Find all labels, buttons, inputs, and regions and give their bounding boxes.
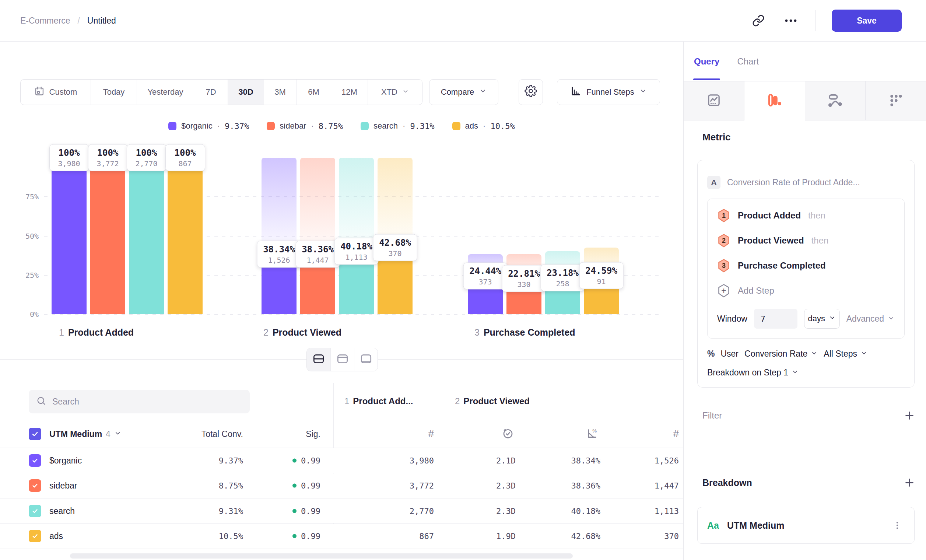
add-filter-button[interactable] — [901, 407, 917, 424]
steps-scope-selector[interactable]: All Steps — [824, 349, 867, 359]
chart-type-button[interactable]: Funnel Steps — [557, 79, 660, 105]
more-options-icon[interactable] — [783, 12, 799, 29]
sig-dot-icon — [292, 484, 297, 488]
breakdown-property-card[interactable]: Aa UTM Medium — [697, 507, 915, 544]
sig-value: 0.99 — [301, 532, 321, 541]
date-tab-7d[interactable]: 7D — [194, 80, 228, 104]
add-step-label: Add Step — [738, 286, 774, 296]
window-unit-select[interactable]: days — [804, 309, 840, 328]
add-breakdown-button[interactable] — [901, 475, 917, 491]
layout-split-toggle[interactable] — [307, 348, 330, 371]
horizontal-scrollbar[interactable] — [70, 553, 573, 558]
legend-item-sidebar[interactable]: sidebar·8.75% — [267, 121, 343, 131]
report-tab-retention[interactable] — [865, 82, 926, 121]
chart-settings-button[interactable] — [519, 79, 543, 105]
table-row-search[interactable]: search9.31%0.992,7702.3D40.18%1,113 — [0, 498, 683, 524]
entity-selector[interactable]: User — [720, 349, 738, 359]
breadcrumb-workspace[interactable]: E-Commerce — [20, 16, 70, 26]
funnel-bar-sidebar-step2[interactable] — [300, 158, 335, 314]
query-panel: Query Chart Metric A Conversion Rate of … — [683, 42, 926, 560]
query-step-1[interactable]: 1Product Addedthen — [717, 209, 895, 222]
funnel-bar-organic-step1[interactable] — [51, 158, 86, 314]
row-checkbox[interactable] — [29, 505, 41, 517]
group-count: 4 — [106, 429, 110, 439]
metric-title-row[interactable]: A Conversion Rate of Product Adde... — [707, 176, 905, 189]
date-tab-30d[interactable]: 30D — [228, 80, 264, 104]
measure-row: % User Conversion Rate All Steps — [707, 349, 905, 359]
funnel-bar-ads-step3[interactable] — [584, 158, 619, 314]
window-value-input[interactable]: 7 — [754, 309, 797, 328]
table-row-ads[interactable]: ads10.5%0.998671.9D42.68%370 — [0, 524, 683, 549]
funnel-steps-card: 1Product Addedthen2Product Viewedthen3Pu… — [707, 198, 905, 339]
step-number: 1 — [717, 209, 731, 222]
legend-series-rate: 9.31% — [410, 121, 434, 131]
funnel-bar-search-step1[interactable] — [129, 158, 164, 314]
table-search-input[interactable]: Search — [29, 390, 250, 413]
date-tab-xtd[interactable]: XTD — [368, 80, 422, 104]
sig-value: 0.99 — [301, 506, 321, 515]
metric-type-selector[interactable]: Conversion Rate — [744, 349, 818, 359]
breakdown-column-header[interactable]: UTM Medium 4 — [49, 429, 121, 439]
layout-top-icon — [336, 352, 349, 367]
tooltip-percent: 100% — [172, 148, 199, 158]
row-checkbox[interactable] — [29, 479, 41, 492]
funnel-bar-sidebar-step1[interactable] — [90, 158, 125, 314]
breakdown-on-selector[interactable]: Breakdown on Step 1 — [707, 368, 799, 378]
table-row-sidebar[interactable]: sidebar8.75%0.993,7722.3D38.36%1,447 — [0, 474, 683, 498]
conversion-rate-icon[interactable]: % — [586, 427, 598, 440]
compare-button[interactable]: Compare — [429, 79, 498, 105]
date-tab-label: Today — [103, 87, 125, 97]
time-to-convert-icon[interactable] — [502, 427, 514, 440]
date-tab-custom[interactable]: Custom — [21, 80, 91, 104]
step2-rate: 40.18% — [571, 506, 601, 515]
funnel-bar-search-step2[interactable] — [339, 158, 374, 314]
date-tab-12m[interactable]: 12M — [331, 80, 368, 104]
date-tab-6m[interactable]: 6M — [296, 80, 331, 104]
legend-item-ads[interactable]: ads·10.5% — [452, 121, 515, 131]
date-tab-yesterday[interactable]: Yesterday — [137, 80, 194, 104]
query-step-2[interactable]: 2Product Viewedthen — [717, 233, 895, 248]
total-conv-header[interactable]: Total Conv. — [201, 429, 243, 439]
funnel-bar-organic-step3[interactable] — [468, 158, 503, 314]
sig-dot-icon — [292, 458, 297, 462]
funnel-bar-organic-step2[interactable] — [262, 158, 297, 314]
legend-item-search[interactable]: search·9.31% — [361, 121, 435, 131]
row-checkbox[interactable] — [29, 530, 41, 542]
layout-top-toggle[interactable] — [330, 348, 354, 371]
add-step-button[interactable]: +Add Step — [717, 284, 895, 298]
row-checkbox[interactable] — [29, 454, 41, 467]
tab-query[interactable]: Query — [694, 42, 719, 81]
kebab-menu-icon[interactable] — [890, 518, 905, 533]
save-button[interactable]: Save — [832, 9, 902, 32]
step-event-name: Purchase Completed — [738, 260, 826, 271]
tab-chart[interactable]: Chart — [737, 42, 759, 81]
select-all-checkbox[interactable] — [29, 428, 41, 440]
count-column-icon[interactable]: # — [673, 428, 679, 440]
copy-link-icon[interactable] — [750, 12, 767, 29]
tooltip-count: 370 — [379, 249, 411, 257]
step1-count: 3,980 — [410, 456, 434, 465]
filter-heading: Filter — [702, 410, 722, 421]
chart-type-label: Funnel Steps — [586, 87, 634, 97]
plus-icon: + — [717, 284, 731, 298]
tooltip-count: 1,113 — [340, 253, 372, 262]
layout-bottom-toggle[interactable] — [354, 348, 378, 371]
row-label: $organic — [49, 456, 82, 465]
sig-header[interactable]: Sig. — [306, 429, 321, 439]
tooltip-count: 2,770 — [133, 159, 160, 168]
date-tab-3m[interactable]: 3M — [264, 80, 296, 104]
report-tab-funnels[interactable] — [744, 82, 805, 121]
table-row-organic[interactable]: $organic9.37%0.993,9802.1D38.34%1,526 — [0, 448, 683, 473]
date-tab-today[interactable]: Today — [91, 80, 137, 104]
sig-dot-icon — [292, 534, 297, 538]
report-title[interactable]: Untitled — [87, 16, 116, 26]
funnel-bar-ads-step1[interactable] — [168, 158, 203, 314]
advanced-toggle[interactable]: Advanced — [846, 314, 895, 324]
report-tab-insights[interactable] — [684, 82, 744, 121]
report-tab-flows[interactable] — [805, 82, 866, 121]
count-column-icon[interactable]: # — [428, 428, 434, 440]
select-all-checkbox[interactable] — [29, 428, 41, 440]
legend-item-organic[interactable]: $organic·9.37% — [168, 121, 249, 131]
query-step-3[interactable]: 3Purchase Completed — [717, 259, 895, 272]
window-label: Window — [717, 314, 747, 324]
